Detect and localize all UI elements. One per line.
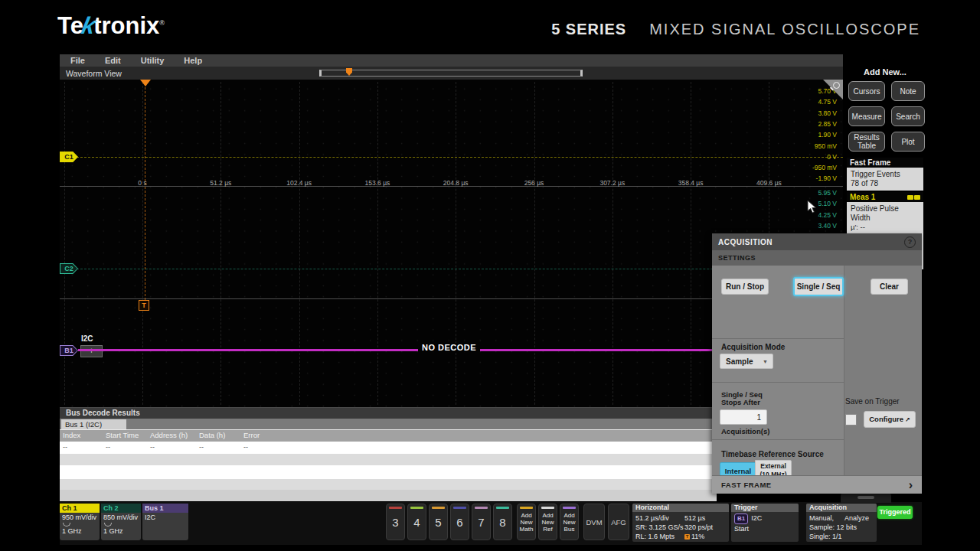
menu-help[interactable]: Help <box>184 56 202 65</box>
channel-number-buttons: 345678 <box>386 504 512 540</box>
group-separator <box>712 382 844 383</box>
add-new-bus-button[interactable]: Add New Bus <box>560 504 579 540</box>
channel-color-stripe <box>389 507 402 509</box>
meas1-badge[interactable]: Meas 1 <box>847 192 923 202</box>
timebase-label: Timebase Reference Source <box>721 450 824 458</box>
fast-frame-section[interactable]: FAST FRAME › <box>712 475 922 494</box>
add-new-buttons: CursorsNoteMeasureSearchResults TablePlo… <box>847 80 923 158</box>
fast-frame-badge[interactable]: Fast Frame <box>847 158 923 168</box>
ch2-tile[interactable]: Ch 2 850 mV/div1 GHz <box>101 504 141 540</box>
gridline <box>64 82 65 405</box>
horizontal-window: 512 µs <box>684 514 705 523</box>
ch1-tile[interactable]: Ch 1 950 mV/div1 GHz <box>60 504 100 540</box>
bottom-bar: Ch 1 950 mV/div1 GHz Ch 2 850 mV/div1 GH… <box>60 502 922 545</box>
trigger-tile[interactable]: Trigger B1I2C Start <box>731 504 799 542</box>
sidebar-button-search[interactable]: Search <box>891 106 925 126</box>
afg-button[interactable]: AFG <box>608 504 629 540</box>
add-color-stripe <box>563 507 576 509</box>
horizontal-scale: 51.2 µs/div <box>635 514 669 522</box>
run-stop-button[interactable]: Run / Stop <box>721 279 769 295</box>
ch1-scale-label: -950 mV <box>812 164 837 172</box>
menu-file[interactable]: File <box>70 56 85 65</box>
tab-bus1-i2c[interactable]: Bus 1 (I2C) <box>61 419 126 429</box>
add-new-math-button[interactable]: Add New Math <box>517 504 536 540</box>
add-color-stripe <box>541 507 554 509</box>
trigger-position-icon[interactable] <box>140 80 151 86</box>
gridline <box>220 82 221 405</box>
add-new-ref-button[interactable]: Add New Ref <box>538 504 557 540</box>
settings-tab[interactable]: SETTINGS <box>712 250 922 266</box>
configure-button[interactable]: Configure↗ <box>864 411 916 428</box>
sample-resolution: 320 ps/pt <box>684 523 713 532</box>
column-header: Data (h) <box>199 431 225 439</box>
clear-button[interactable]: Clear <box>871 279 908 295</box>
acquisition-left-column <box>712 266 844 476</box>
results-table-header: IndexStart TimeAddress (h)Data (h)Error <box>60 430 717 442</box>
acquisition-header[interactable]: ACQUISITION ? <box>712 233 922 250</box>
channel-6-button[interactable]: 6 <box>450 504 469 540</box>
trigger-position-icon: T <box>684 534 690 540</box>
bus-name-label: I2C <box>81 334 93 343</box>
bus-decode-results-title[interactable]: Bus Decode Results <box>60 408 717 419</box>
save-on-trigger-checkbox[interactable] <box>845 414 857 425</box>
help-icon[interactable]: ? <box>904 236 916 248</box>
sidebar-button-results-table[interactable]: Results Table <box>848 132 885 152</box>
menu-edit[interactable]: Edit <box>105 56 121 65</box>
trigger-time-marker[interactable]: T <box>139 300 149 311</box>
menu-utility[interactable]: Utility <box>141 56 165 65</box>
stops-after-input[interactable]: 1 <box>720 409 767 425</box>
bus1-tile-name: Bus 1 <box>142 504 188 513</box>
sidebar-button-cursors[interactable]: Cursors <box>848 81 885 101</box>
sidebar-button-note[interactable]: Note <box>891 81 925 101</box>
acquisition-tile[interactable]: Acquisition Manual,Analyze Sample: 12 bi… <box>806 504 877 542</box>
fast-frame-panel[interactable]: Trigger Events 78 of 78 <box>847 168 923 191</box>
zoom-corner-glyph <box>823 80 843 99</box>
external-link-icon: ↗ <box>905 416 910 423</box>
series-label: 5 SERIES <box>551 21 626 38</box>
trigger-position-line <box>145 83 145 300</box>
channel-color-stripe <box>453 507 466 509</box>
probe-icon <box>63 523 70 527</box>
results-table-row <box>60 465 717 479</box>
channel-color-stripe <box>496 507 509 509</box>
acquisition-title: ACQUISITION <box>718 238 773 246</box>
channel-7-button[interactable]: 7 <box>472 504 491 540</box>
time-label: 204.8 µs <box>443 179 469 187</box>
channel-4-button[interactable]: 4 <box>407 504 426 540</box>
stops-after-label-2: Stops After <box>721 398 760 406</box>
ch2-handle[interactable]: C2 <box>60 263 78 274</box>
results-table-row[interactable]: ---------- <box>60 442 717 454</box>
acq-mode: Manual, <box>809 514 834 522</box>
sidebar-button-measure[interactable]: Measure <box>848 106 885 126</box>
tab-waveform-view[interactable]: Waveform View <box>60 69 122 78</box>
bus-expand-button[interactable]: + <box>80 345 103 357</box>
single-seq-button[interactable]: Single / Seq <box>793 277 844 296</box>
acq-single-count: Single: 1/1 <box>809 532 874 541</box>
bus1-handle[interactable]: B1 <box>60 345 78 356</box>
bus1-tile[interactable]: Bus 1 I2C <box>142 504 188 540</box>
acquisition-mode-dropdown[interactable]: Sample▼ <box>720 354 773 369</box>
channel-5-button[interactable]: 5 <box>429 504 448 540</box>
gridline <box>299 82 300 405</box>
horizontal-tile[interactable]: Horizontal 51.2 µs/div512 µs SR: 3.125 G… <box>632 504 729 542</box>
dvm-button[interactable]: DVM <box>583 504 605 540</box>
chevron-down-icon: ▼ <box>763 354 768 370</box>
ch1-handle[interactable]: C1 <box>60 152 78 162</box>
channel-3-button[interactable]: 3 <box>386 504 405 540</box>
collapsed-panel-handle[interactable] <box>841 493 891 503</box>
time-label: 358.4 µs <box>678 179 704 187</box>
ch1-scale: 950 mV/div <box>62 514 96 521</box>
channel-8-button[interactable]: 8 <box>493 504 512 540</box>
record-view-bracket[interactable] <box>319 70 583 77</box>
add-new-title: Add New... <box>847 67 923 80</box>
trigger-mode: Start <box>734 524 795 533</box>
acquisitions-unit-label: Acquisition(s) <box>721 427 769 435</box>
gridline <box>377 82 378 405</box>
acq-sample-bits: Sample: 12 bits <box>809 523 874 532</box>
table-cell: -- <box>63 443 67 451</box>
sidebar-button-plot[interactable]: Plot <box>891 132 925 152</box>
ch1-ground-line <box>77 157 843 158</box>
menu-bar: FileEditUtilityHelp <box>60 54 843 67</box>
time-label: 102.4 µs <box>286 179 312 187</box>
channel-color-stripe <box>432 507 445 509</box>
